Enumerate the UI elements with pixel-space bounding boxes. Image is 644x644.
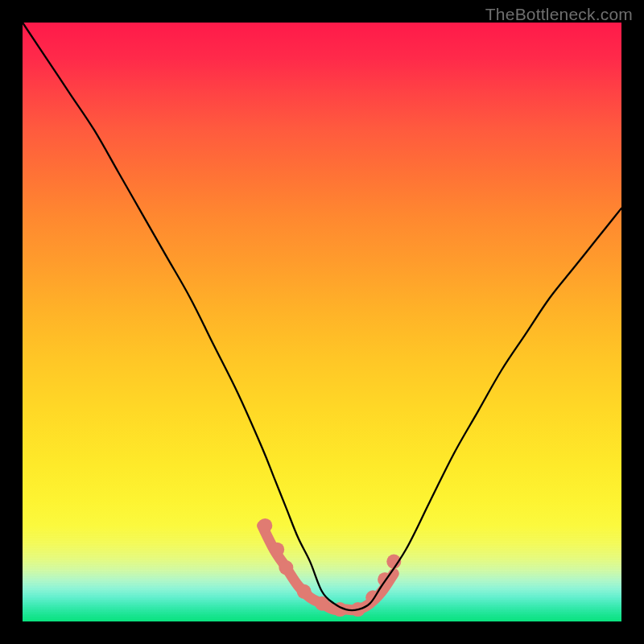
chart-svg	[23, 23, 621, 621]
highlight-dot	[258, 518, 272, 533]
highlight-dot	[279, 560, 293, 575]
highlight-dot	[297, 584, 312, 599]
plot-area	[23, 23, 621, 621]
chart-stage: TheBottleneck.com	[0, 0, 644, 644]
watermark-text: TheBottleneck.com	[485, 5, 633, 24]
bottleneck-curve	[23, 23, 621, 610]
highlight-dot	[270, 543, 284, 557]
